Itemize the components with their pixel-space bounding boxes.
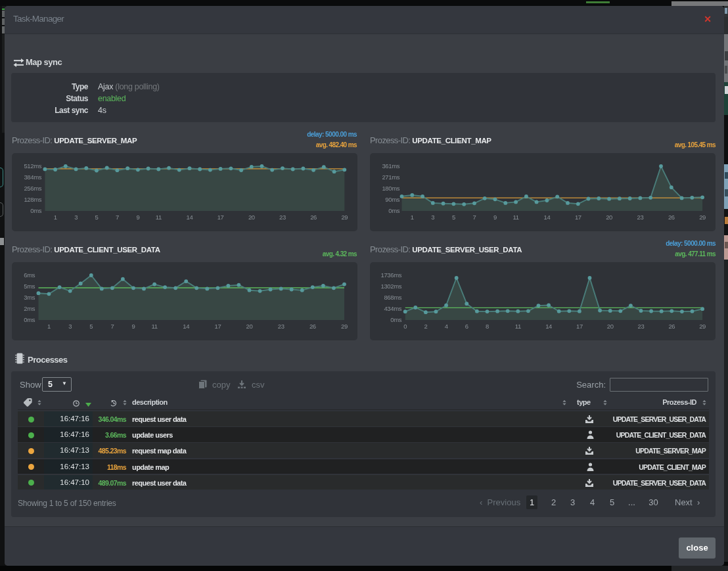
svg-text:180ms: 180ms [382, 185, 399, 192]
svg-text:0ms: 0ms [30, 207, 41, 214]
svg-text:6: 6 [465, 323, 468, 330]
svg-text:29: 29 [341, 214, 348, 221]
svg-text:5: 5 [452, 214, 455, 221]
svg-text:23: 23 [279, 214, 286, 221]
svg-text:17: 17 [215, 323, 221, 330]
svg-text:29: 29 [341, 323, 348, 330]
svg-text:4: 4 [445, 323, 448, 330]
svg-text:384ms: 384ms [24, 173, 41, 181]
svg-text:0ms: 0ms [388, 207, 399, 214]
svg-text:7: 7 [473, 214, 476, 221]
svg-text:17: 17 [575, 214, 581, 221]
svg-text:11: 11 [515, 323, 521, 330]
svg-text:434ms: 434ms [384, 305, 401, 312]
svg-text:5: 5 [89, 323, 93, 330]
svg-text:29: 29 [699, 323, 706, 330]
svg-text:128ms: 128ms [24, 196, 41, 203]
svg-text:8: 8 [486, 323, 489, 330]
svg-text:0ms: 0ms [390, 316, 401, 323]
svg-text:90ms: 90ms [385, 196, 399, 203]
svg-text:1: 1 [47, 323, 51, 330]
svg-text:1: 1 [54, 214, 57, 221]
svg-text:11: 11 [156, 214, 162, 221]
svg-text:512ms: 512ms [24, 162, 41, 170]
svg-text:5ms: 5ms [24, 283, 35, 290]
svg-text:20: 20 [248, 214, 255, 221]
svg-text:14: 14 [183, 323, 189, 330]
svg-text:1302ms: 1302ms [381, 283, 402, 290]
svg-text:7: 7 [110, 323, 114, 330]
svg-text:6ms: 6ms [24, 271, 35, 279]
svg-text:5: 5 [95, 214, 99, 221]
svg-text:9: 9 [136, 214, 139, 221]
svg-text:14: 14 [545, 323, 552, 330]
svg-text:26: 26 [310, 214, 317, 221]
svg-text:26: 26 [668, 323, 675, 330]
svg-text:14: 14 [544, 214, 551, 221]
svg-text:11: 11 [152, 323, 158, 330]
svg-text:14: 14 [187, 214, 193, 221]
svg-text:2: 2 [424, 323, 427, 330]
svg-text:9: 9 [132, 323, 135, 330]
svg-text:3ms: 3ms [24, 294, 35, 301]
svg-text:7: 7 [116, 214, 119, 221]
svg-text:26: 26 [309, 323, 316, 330]
svg-text:9: 9 [493, 214, 497, 221]
svg-text:20: 20 [607, 323, 614, 330]
svg-text:868ms: 868ms [384, 294, 401, 301]
svg-text:1: 1 [411, 214, 414, 221]
svg-text:29: 29 [699, 214, 706, 221]
svg-text:17: 17 [576, 323, 583, 330]
svg-text:2ms: 2ms [24, 305, 35, 312]
svg-text:256ms: 256ms [24, 185, 41, 192]
svg-text:3: 3 [431, 214, 434, 221]
svg-text:1736ms: 1736ms [381, 271, 402, 279]
svg-text:20: 20 [606, 214, 612, 221]
svg-text:271ms: 271ms [382, 173, 399, 181]
svg-text:20: 20 [246, 323, 253, 330]
svg-text:23: 23 [278, 323, 284, 330]
svg-text:361ms: 361ms [382, 162, 399, 170]
svg-text:3: 3 [74, 214, 78, 221]
svg-text:0ms: 0ms [24, 316, 35, 323]
svg-text:11: 11 [513, 214, 519, 221]
svg-text:3: 3 [68, 323, 72, 330]
svg-text:23: 23 [638, 323, 645, 330]
svg-text:17: 17 [217, 214, 224, 221]
svg-text:23: 23 [637, 214, 644, 221]
svg-text:26: 26 [668, 214, 675, 221]
svg-text:0: 0 [403, 323, 407, 330]
